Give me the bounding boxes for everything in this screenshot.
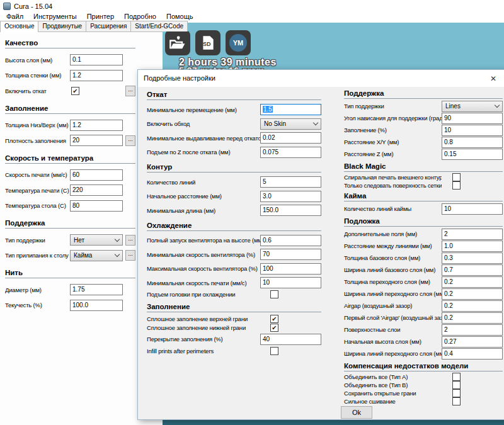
- solid-top-checkbox[interactable]: ✔: [270, 315, 278, 323]
- support-type-select[interactable]: Lines: [442, 101, 503, 112]
- section-header: Подложка: [344, 217, 503, 227]
- support-z-distance-value: 0.15: [444, 150, 456, 157]
- retraction-min-extrusion-label: Минимальное выдавливание перед откатом (…: [147, 135, 260, 142]
- bed-temperature-value: 80: [72, 202, 79, 209]
- chevron-down-icon: [495, 103, 500, 108]
- raft-surface-linewidth-input[interactable]: 0.4: [442, 348, 503, 360]
- save-sd-button[interactable]: SD: [195, 30, 220, 55]
- raft-margin-input[interactable]: 2: [442, 229, 503, 240]
- close-icon[interactable]: ✕: [488, 74, 498, 84]
- print-speed-input[interactable]: 60: [70, 169, 123, 181]
- fan-full-height-input[interactable]: 0.6: [260, 235, 321, 246]
- fix-union-b-checkbox[interactable]: [452, 381, 461, 389]
- wall-thickness-input[interactable]: 1.2: [70, 70, 123, 81]
- infill-after-perimeters-checkbox[interactable]: [270, 347, 278, 355]
- fix-union-a-checkbox[interactable]: [452, 373, 461, 381]
- raft-airgap-first-layer-input[interactable]: 0.2: [442, 312, 503, 324]
- row-raft-surface-layers: Поверхностные слои2: [344, 324, 503, 336]
- menu-item-1[interactable]: Файл: [1, 12, 28, 21]
- sd-card-label: SD: [203, 41, 211, 47]
- layer-height-input[interactable]: 0.1: [70, 54, 123, 65]
- row-enable-retraction: Включить откат✔...: [5, 83, 135, 99]
- section-header: Охлаждение: [147, 222, 321, 231]
- raft-interface-linewidth-value: 0.2: [444, 290, 453, 297]
- brim-line-count-value: 10: [444, 205, 451, 212]
- spiralize-label: Спиральная печать внешнего контура: [344, 174, 442, 181]
- raft-base-thickness-input[interactable]: 0.3: [442, 252, 503, 264]
- raft-margin-label: Дополнительные поля (мм): [344, 230, 442, 237]
- retraction-z-hop-input[interactable]: 0.075: [260, 147, 321, 158]
- fan-speed-min-input[interactable]: 70: [260, 249, 321, 260]
- raft-line-spacing-input[interactable]: 1.0: [442, 241, 503, 252]
- section-header: Заполнение: [5, 105, 135, 114]
- support-fill-input[interactable]: 10: [442, 125, 503, 136]
- section-header: Заполнение: [147, 303, 321, 312]
- tab-start-end-gcode[interactable]: Start/End-GCode: [130, 21, 188, 31]
- raft-first-layer-height-input[interactable]: 0.27: [442, 336, 503, 348]
- fan-speed-max-input[interactable]: 100: [260, 263, 321, 275]
- raft-base-linewidth-input[interactable]: 0.7: [442, 264, 503, 276]
- support-angle-label: Угол нависания для поддержки (градусы): [344, 115, 442, 122]
- enable-retraction-more-button[interactable]: ...: [125, 86, 135, 96]
- load-model-button[interactable]: [165, 30, 190, 55]
- skirt-min-length-label: Минимальная длина (мм): [147, 207, 260, 214]
- fix-keep-open-faces-label: Сохранить открытые грани: [344, 390, 442, 397]
- skirt-min-length-input[interactable]: 150.0: [260, 205, 321, 216]
- row-support-z-distance: Расстояние Z (мм)0.15: [344, 148, 503, 160]
- support-type-label: Тип поддержки: [344, 103, 442, 110]
- tab-расширения[interactable]: Расширения: [86, 21, 131, 31]
- menu-item-3[interactable]: Принтер: [82, 12, 119, 21]
- row-follow-surface: Только следовать поверхность сетки: [344, 181, 503, 190]
- bottom-top-thickness-label: Толщина Низ/Верх (мм): [5, 122, 70, 128]
- cool-head-lift-checkbox[interactable]: [270, 290, 278, 298]
- follow-surface-checkbox[interactable]: [452, 181, 461, 190]
- brim-line-count-input[interactable]: 10: [442, 203, 503, 215]
- skirt-gap-input[interactable]: 3.0: [260, 191, 321, 202]
- filament-flow-input[interactable]: 100.0: [70, 300, 123, 311]
- fill-density-input[interactable]: 20: [70, 135, 123, 146]
- retraction-min-extrusion-input[interactable]: 0.02: [260, 132, 321, 144]
- min-print-speed-input[interactable]: 10: [260, 277, 321, 288]
- platform-adhesion-more-button[interactable]: ...: [125, 250, 135, 261]
- support-angle-input[interactable]: 90: [442, 113, 503, 124]
- tab-основные[interactable]: Основные: [0, 21, 38, 32]
- spiralize-checkbox[interactable]: [452, 173, 461, 181]
- youmagine-icon: YM: [229, 34, 247, 52]
- raft-interface-linewidth-input[interactable]: 0.2: [442, 288, 503, 300]
- solid-bottom-checkbox[interactable]: ✔: [270, 324, 278, 332]
- skirt-line-count-input[interactable]: 5: [260, 176, 321, 188]
- support-type-main-value: Нет: [74, 237, 84, 244]
- menu-item-2[interactable]: Инструменты: [28, 12, 82, 21]
- chevron-down-icon: [115, 237, 120, 242]
- youmagine-button[interactable]: YM: [226, 30, 251, 55]
- row-filament-diameter: Диаметр (мм)1.75: [5, 282, 135, 298]
- support-type-main-more-button[interactable]: ...: [125, 235, 135, 246]
- ok-button[interactable]: Ok: [341, 406, 372, 419]
- raft-airgap-input[interactable]: 0.2: [442, 300, 503, 312]
- section-header: Скорость и температура: [5, 154, 135, 164]
- fix-keep-open-faces-checkbox[interactable]: [452, 389, 461, 397]
- menu-item-5[interactable]: Помощь: [161, 12, 198, 21]
- fan-speed-max-label: Максимальная скорость вентилятора (%): [147, 265, 260, 272]
- raft-interface-thickness-input[interactable]: 0.2: [442, 276, 503, 288]
- menu-item-4[interactable]: Подробно: [119, 12, 161, 21]
- platform-adhesion-select[interactable]: Кайма: [70, 250, 123, 261]
- enable-retraction-checkbox[interactable]: ✔: [71, 87, 79, 95]
- filament-diameter-input[interactable]: 1.75: [70, 284, 123, 295]
- support-xy-distance-input[interactable]: 0.8: [442, 137, 503, 148]
- print-temperature-input[interactable]: 220: [70, 184, 123, 196]
- bottom-top-thickness-input[interactable]: 1.2: [70, 120, 123, 131]
- row-fix-union-a: Объединить все (Тип A): [344, 373, 503, 381]
- fill-density-more-button[interactable]: ...: [125, 135, 135, 146]
- fix-extensive-stitching-checkbox[interactable]: [452, 397, 461, 405]
- row-raft-interface-linewidth: Ширина линий переходного слоя (мм)0.2: [344, 288, 503, 300]
- fill-overlap-input[interactable]: 40: [260, 334, 321, 345]
- support-type-main-select[interactable]: Нет: [70, 234, 123, 246]
- combing-select[interactable]: No Skin: [260, 118, 321, 130]
- bed-temperature-input[interactable]: 80: [70, 200, 123, 212]
- bed-temperature-label: Температура стола (C): [5, 202, 70, 209]
- support-z-distance-input[interactable]: 0.15: [442, 149, 503, 160]
- tab-продвинутые[interactable]: Продвинутые: [38, 21, 86, 31]
- retraction-min-travel-input[interactable]: 1.5: [260, 104, 321, 115]
- raft-surface-layers-input[interactable]: 2: [442, 324, 503, 336]
